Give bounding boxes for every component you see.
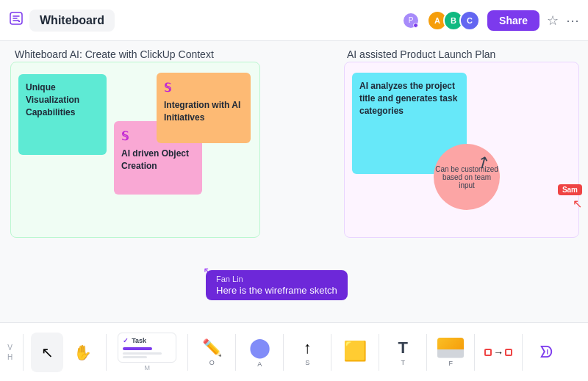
- sticky-teal[interactable]: Unique Visualization Capabilities: [18, 74, 107, 155]
- left-section-label: Whiteboard AI: Create with ClickUp Conte…: [15, 48, 214, 60]
- sticky-orange-left[interactable]: 𝕊 Integration with AI Initiatives: [157, 73, 251, 143]
- text-tool[interactable]: T T: [387, 333, 419, 372]
- divider-5: [283, 334, 284, 371]
- sticky-tool[interactable]: 🟨: [339, 333, 371, 372]
- cursor-icon: ↖: [41, 344, 54, 361]
- hand-icon: ✋: [74, 344, 92, 361]
- canvas: Whiteboard AI: Create with ClickUp Conte…: [0, 41, 588, 322]
- image-bottom: [437, 349, 464, 358]
- divider-1: [23, 334, 24, 371]
- image-gradient: [437, 338, 464, 350]
- sticky-icon: 🟨: [343, 340, 367, 363]
- ai-icon-orange: 𝕊: [164, 80, 243, 96]
- task-label: Task: [132, 337, 146, 344]
- sam-cursor: Sam ↖: [558, 184, 582, 211]
- share-button[interactable]: Share: [487, 10, 539, 31]
- task-card-header: ✓ Task: [123, 337, 171, 344]
- o-label: O: [209, 359, 215, 366]
- f-label: F: [448, 360, 453, 367]
- tooltip-user-name: Fan Lin: [216, 275, 337, 283]
- pen-tool[interactable]: ✏️ O: [196, 333, 228, 372]
- pen-icon: ✏️: [202, 338, 222, 358]
- text-icon: T: [398, 338, 408, 358]
- arrow-up-icon: ↑: [304, 338, 312, 358]
- divider-10: [522, 334, 523, 371]
- circle-shape-icon: ⬤: [249, 336, 270, 359]
- m-label: M: [144, 364, 150, 371]
- header: Whiteboard P A B C Share ☆ ⋯: [0, 0, 588, 41]
- connector-icon: →: [484, 346, 512, 358]
- more-icon[interactable]: ⋯: [566, 12, 579, 29]
- image-tool[interactable]: F: [434, 333, 467, 372]
- sam-label: Sam: [558, 184, 582, 195]
- star-icon[interactable]: ☆: [547, 12, 559, 29]
- divider-8: [426, 334, 427, 371]
- sticky-blue-text: AI analyzes the project title and genera…: [359, 81, 457, 116]
- task-line-2: [123, 356, 147, 358]
- clickup-tool[interactable]: ᗥ: [530, 333, 562, 372]
- s-label: S: [305, 359, 309, 366]
- tooltip-message: Here is the wireframe sketch: [216, 285, 337, 296]
- task-progress-bar: [123, 347, 152, 350]
- v-label: V: [7, 344, 12, 352]
- divider-3: [187, 334, 188, 371]
- divider-7: [379, 334, 379, 371]
- h-label: H: [7, 353, 12, 361]
- connector-tool[interactable]: →: [482, 333, 514, 372]
- task-check-icon: ✓: [123, 337, 129, 344]
- hand-tool[interactable]: ✋: [66, 333, 98, 372]
- task-card-preview: ✓ Task: [118, 333, 176, 363]
- clickup-icon: ᗥ: [539, 343, 553, 362]
- t-label: T: [401, 359, 405, 366]
- left-board: Unique Visualization Capabilities 𝕊 AI d…: [10, 62, 260, 238]
- header-left: Whiteboard: [9, 10, 115, 32]
- avatar: P: [402, 12, 420, 29]
- sticky-pink-text: AI driven Object Creation: [121, 148, 189, 171]
- vh-section: V H: [7, 344, 12, 361]
- connector-box-2: [505, 349, 512, 356]
- selection-tools: ↖ ✋: [31, 333, 98, 372]
- cursor-tool[interactable]: ↖: [31, 333, 63, 372]
- fanlin-tooltip: Fan Lin Here is the wireframe sketch: [206, 270, 348, 300]
- connector-arrow-icon: →: [493, 346, 503, 358]
- a-label: A: [257, 360, 262, 368]
- task-tool[interactable]: ✓ Task M: [114, 333, 180, 372]
- divider-9: [474, 334, 475, 371]
- divider-4: [235, 334, 236, 371]
- cursor-icon: ↖: [573, 197, 582, 211]
- circle-note: Can be customized based on team input: [434, 144, 500, 210]
- arrow-tool[interactable]: ↑ S: [291, 333, 323, 372]
- shape-tool[interactable]: ⬤ A: [243, 333, 276, 372]
- whiteboard-doc-icon: [9, 11, 24, 29]
- header-right: P A B C Share ☆ ⋯: [402, 10, 579, 31]
- divider-2: [106, 334, 107, 371]
- toolbar: V H ↖ ✋ ✓ Task M ✏️ O ⬤ A: [0, 322, 588, 381]
- sticky-teal-text: Unique Visualization Capabilities: [26, 82, 79, 117]
- task-line-1: [123, 352, 162, 355]
- page-title: Whiteboard: [29, 10, 115, 32]
- divider-6: [331, 334, 331, 371]
- right-section-label: AI assisted Product Launch Plan: [347, 48, 495, 60]
- image-preview: [437, 338, 464, 358]
- sticky-orange-left-text: Integration with AI Initiatives: [164, 100, 240, 123]
- connector-box-1: [484, 349, 492, 356]
- avatar: C: [459, 10, 480, 31]
- avatar-group: A B C: [427, 10, 480, 31]
